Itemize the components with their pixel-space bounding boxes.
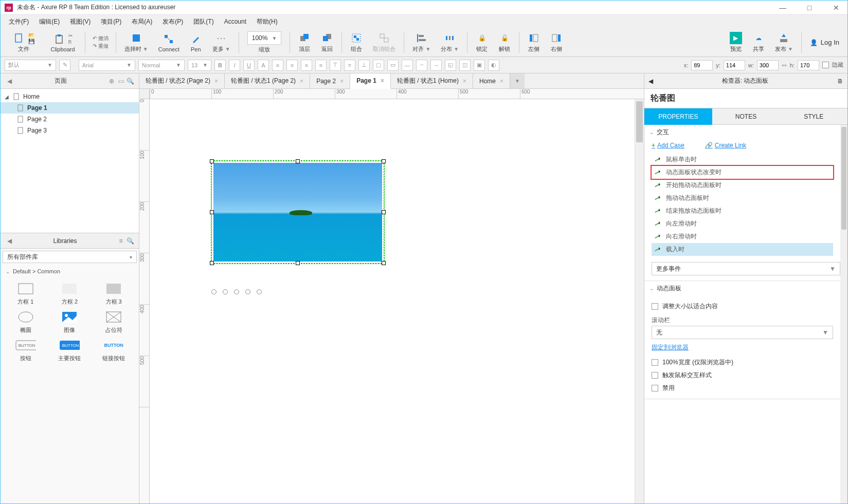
section-dynamic-panel[interactable]: ⌄动态面板 (644, 281, 847, 296)
widget-name[interactable]: 轮番图 (644, 89, 847, 108)
event-dragdrop[interactable]: 结束拖放动态面板时 (652, 204, 833, 217)
add-case-link[interactable]: +Add Case (652, 142, 684, 149)
tb-connect[interactable]: Connect (154, 32, 184, 53)
lib-primary-button[interactable]: BUTTON主要按钮 (49, 338, 91, 362)
resize-handle[interactable] (210, 210, 214, 214)
event-load[interactable]: 载入时 (652, 243, 833, 256)
bullet-button[interactable]: ≡ (272, 60, 283, 71)
resize-handle[interactable] (382, 261, 386, 265)
event-drag[interactable]: 拖动动态面板时 (652, 192, 833, 204)
add-folder-icon[interactable]: ▭ (116, 77, 125, 86)
fit-content-checkbox[interactable]: 调整大小以适合内容 (652, 300, 833, 313)
inspector-tab-properties[interactable]: PROPERTIES (644, 108, 712, 125)
inspector-tab-notes[interactable]: NOTES (712, 108, 780, 125)
resize-handle[interactable] (296, 261, 300, 265)
menu-view[interactable]: 视图(V) (66, 15, 95, 28)
lib-category[interactable]: ⌄Default > Common (1, 265, 139, 277)
resize-handle[interactable] (296, 159, 300, 163)
tb-file[interactable]: 📂💾 文件 (5, 31, 43, 54)
tree-item-page1[interactable]: Page 1 (1, 102, 139, 114)
resize-handle[interactable] (210, 159, 214, 163)
lib-link-button[interactable]: BUTTON链接按钮 (93, 338, 135, 362)
tb-lock[interactable]: 🔒锁定 (472, 31, 492, 54)
tb-select[interactable]: 选择时 ▼ (120, 31, 152, 54)
fill-button[interactable]: ▢ (373, 60, 384, 71)
valign-bot-button[interactable]: ⊥ (358, 60, 370, 71)
menu-edit[interactable]: 编辑(E) (35, 15, 64, 28)
lib-image[interactable]: 图像 (49, 310, 91, 334)
tree-item-page3[interactable]: Page 3 (1, 125, 139, 136)
line-style-button[interactable]: ┄ (416, 60, 427, 71)
close-button[interactable]: ✕ (829, 3, 843, 13)
dot-indicator[interactable] (223, 289, 228, 294)
style-preset-select[interactable]: 默认▼ (5, 60, 56, 71)
tb-publish[interactable]: 发布 ▼ (771, 31, 797, 54)
menu-file[interactable]: 文件(F) (5, 15, 33, 28)
dynamic-panel-widget[interactable] (211, 161, 384, 264)
tab-state1-home[interactable]: 轮番图 / 状态1 (Home)× (391, 73, 473, 88)
hidden-checkbox[interactable] (822, 62, 829, 68)
scrollbar-select[interactable]: 无▼ (652, 326, 833, 339)
search-pages-icon[interactable]: 🔍 (125, 77, 135, 86)
tab-close-icon[interactable]: × (463, 78, 466, 85)
font-variant-select[interactable]: Normal▼ (138, 60, 185, 71)
lib-menu-icon[interactable]: ≡ (116, 236, 125, 246)
tab-page1[interactable]: Page 1× (350, 73, 391, 89)
tab-page2[interactable]: Page 2× (310, 73, 350, 88)
tb-clipboard[interactable]: ✂⎘ Clipboard (45, 32, 81, 53)
arrow-button[interactable]: → (430, 60, 442, 71)
tree-item-page2[interactable]: Page 2 (1, 114, 139, 125)
bold-button[interactable]: B (214, 60, 226, 71)
event-panelstatechange[interactable]: 动态面板状态改变时 (652, 166, 833, 179)
line-width-button[interactable]: — (402, 60, 413, 71)
tb-ungroup[interactable]: 取消组合 (369, 31, 400, 54)
resize-handle[interactable] (382, 159, 386, 163)
add-page-icon[interactable]: ⊕ (107, 77, 116, 86)
tree-item-home[interactable]: ◢ Home (1, 91, 139, 102)
lock-ratio-icon[interactable]: ⇿ (782, 62, 787, 69)
corner-button[interactable]: ◱ (445, 60, 456, 71)
login-button[interactable]: 👤Log In (806, 39, 843, 46)
align-center-button[interactable]: ≡ (301, 60, 312, 71)
tb-distribute[interactable]: 分布 ▼ (437, 31, 463, 54)
ruler-vertical[interactable]: 0100200300400500 (139, 99, 150, 503)
menu-publish[interactable]: 发布(P) (158, 15, 187, 28)
pin-browser-link[interactable]: 固定到浏览器 (652, 339, 689, 356)
lib-box1[interactable]: 方框 1 (5, 282, 47, 306)
tab-state1-page2[interactable]: 轮番图 / 状态1 (Page 2)× (225, 73, 310, 88)
zoom-select[interactable]: 100%▼ (247, 31, 282, 45)
tab-close-icon[interactable]: × (500, 78, 503, 85)
event-swiperight[interactable]: 向右滑动时 (652, 230, 833, 243)
tb-unlock[interactable]: 🔓解锁 (494, 31, 515, 54)
lib-placeholder[interactable]: 占位符 (93, 310, 135, 334)
italic-button[interactable]: I (229, 60, 240, 71)
tb-front[interactable]: 顶层 (294, 31, 315, 54)
opacity-button[interactable]: ◐ (488, 60, 499, 71)
canvas-vscrollbar[interactable] (635, 99, 644, 503)
menu-arrange[interactable]: 布局(A) (128, 15, 156, 28)
align-left-button[interactable]: ≡ (286, 60, 298, 71)
tab-home[interactable]: Home× (473, 73, 510, 88)
dot-indicator[interactable] (245, 289, 250, 294)
menu-team[interactable]: 团队(T) (189, 15, 218, 28)
font-size-select[interactable]: 13▼ (188, 60, 211, 71)
width-100-checkbox[interactable]: 100%宽度 (仅限浏览器中) (652, 356, 833, 369)
ruler-horizontal[interactable]: 0100200300400500600 (150, 89, 644, 99)
tab-close-icon[interactable]: × (300, 78, 303, 85)
w-input[interactable] (757, 60, 779, 70)
line-color-button[interactable]: ▭ (387, 60, 399, 71)
tree-toggle-icon[interactable]: ◢ (5, 94, 10, 100)
maximize-button[interactable]: □ (802, 3, 817, 13)
shadow-outer-button[interactable]: ◫ (459, 60, 471, 71)
resize-handle[interactable] (210, 261, 214, 265)
tb-left[interactable]: 左侧 (524, 31, 544, 54)
font-select[interactable]: Arial▼ (79, 60, 135, 71)
tab-close-icon[interactable]: × (381, 77, 384, 84)
event-onclick[interactable]: 鼠标单击时 (652, 153, 833, 166)
panel-collapse-icon[interactable]: ◀ (648, 78, 653, 85)
tb-back[interactable]: 返回 (317, 31, 337, 54)
align-right-button[interactable]: ≡ (315, 60, 327, 71)
section-interactions[interactable]: ⌄交互 (644, 125, 847, 140)
inspector-vscrollbar[interactable] (840, 125, 847, 503)
inspector-tab-style[interactable]: STYLE (780, 108, 847, 125)
